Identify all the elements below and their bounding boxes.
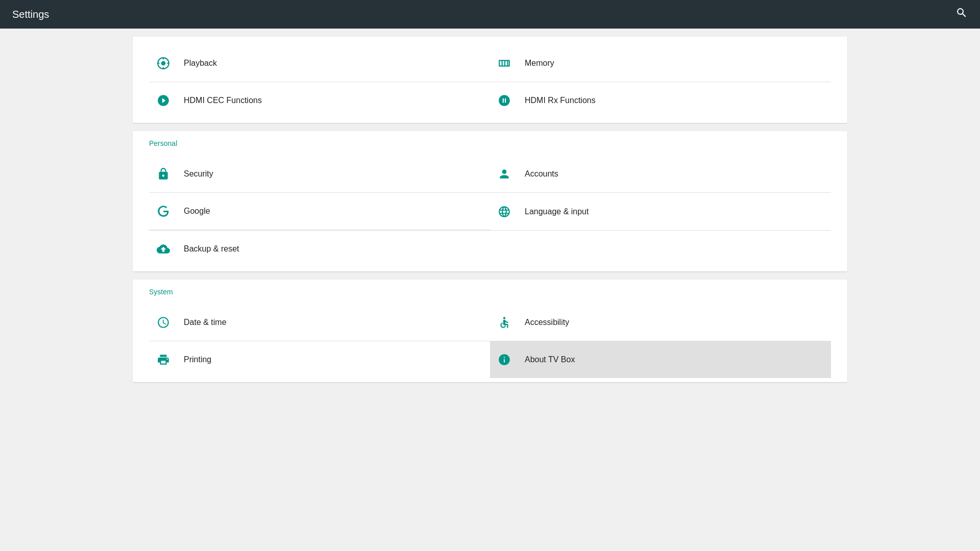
backup-label: Backup & reset (184, 244, 239, 254)
google-icon (153, 201, 174, 221)
settings-content: Playback Memory HDMI CEC Functions (0, 29, 980, 551)
hdmi-cec-label: HDMI CEC Functions (184, 96, 262, 105)
personal-grid: Security Accounts Google (149, 156, 831, 230)
svg-point-1 (161, 61, 166, 66)
system-grid: Date & time Accessibility Printing (149, 304, 831, 378)
hdmi-rx-label: HDMI Rx Functions (525, 96, 596, 105)
page-title: Settings (12, 9, 49, 20)
info-icon (494, 349, 514, 370)
print-icon (153, 349, 174, 370)
memory-icon (494, 53, 514, 73)
settings-item-accounts[interactable]: Accounts (490, 156, 831, 193)
settings-item-security[interactable]: Security (149, 156, 490, 193)
accounts-label: Accounts (525, 169, 558, 179)
app-header: Settings (0, 0, 980, 29)
about-label: About TV Box (525, 355, 575, 364)
settings-item-language[interactable]: Language & input (490, 193, 831, 230)
settings-item-printing[interactable]: Printing (149, 341, 490, 378)
hdmi-rx-icon (494, 90, 514, 111)
svg-rect-10 (508, 61, 509, 66)
language-label: Language & input (525, 207, 589, 216)
card-personal: Personal Security Accounts (133, 131, 847, 271)
language-icon (494, 202, 514, 222)
settings-item-playback[interactable]: Playback (149, 45, 490, 82)
settings-item-about[interactable]: About TV Box (490, 341, 831, 378)
section-title-personal: Personal (149, 139, 831, 152)
settings-item-hdmi-cec[interactable]: HDMI CEC Functions (149, 82, 490, 119)
settings-item-hdmi-rx[interactable]: HDMI Rx Functions (490, 82, 831, 119)
memory-label: Memory (525, 59, 554, 68)
settings-item-accessibility[interactable]: Accessibility (490, 304, 831, 341)
svg-rect-7 (500, 61, 501, 66)
settings-item-date-time[interactable]: Date & time (149, 304, 490, 341)
date-time-label: Date & time (184, 318, 227, 327)
accessibility-label: Accessibility (525, 318, 569, 327)
backup-icon (153, 239, 174, 259)
printing-label: Printing (184, 355, 211, 364)
settings-item-memory[interactable]: Memory (490, 45, 831, 82)
card-system: System Date & time Accessibility (133, 280, 847, 382)
settings-item-google[interactable]: Google (149, 193, 490, 230)
svg-rect-9 (505, 61, 507, 66)
accounts-icon (494, 164, 514, 184)
svg-rect-8 (503, 61, 504, 66)
search-icon[interactable] (955, 7, 968, 22)
settings-item-backup[interactable]: Backup & reset (149, 230, 831, 267)
accessibility-icon (494, 312, 514, 333)
hdmi-cec-icon (153, 90, 174, 111)
section-title-system: System (149, 288, 831, 300)
clock-icon (153, 312, 174, 333)
google-label: Google (184, 207, 210, 216)
security-icon (153, 164, 174, 184)
svg-point-11 (503, 317, 505, 319)
security-label: Security (184, 169, 213, 179)
playback-icon (153, 53, 174, 73)
playback-label: Playback (184, 59, 217, 68)
device-grid: Playback Memory HDMI CEC Functions (149, 45, 831, 119)
card-device: Playback Memory HDMI CEC Functions (133, 37, 847, 123)
